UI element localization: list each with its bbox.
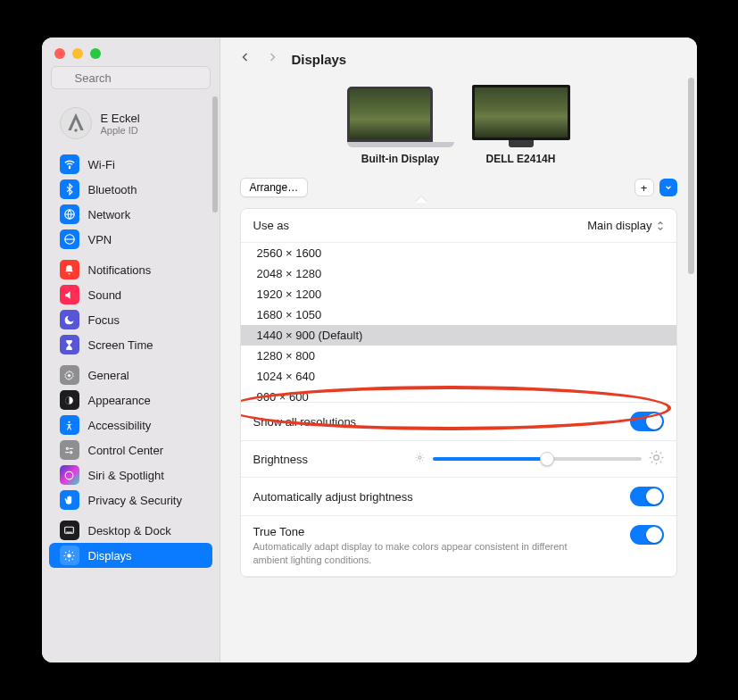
svg-line-32 bbox=[417, 460, 418, 461]
sidebar-item-label: General bbox=[88, 369, 129, 382]
zoom-button[interactable] bbox=[90, 48, 101, 59]
profile-name: E Eckel bbox=[101, 112, 140, 125]
sidebar-item-general[interactable]: General bbox=[49, 362, 212, 388]
svg-line-24 bbox=[72, 552, 73, 553]
sidebar-item-network[interactable]: Network bbox=[49, 202, 212, 227]
true-tone-label: True Tone bbox=[253, 525, 575, 538]
page-title: Displays bbox=[292, 52, 347, 67]
sidebar-item-label: Focus bbox=[88, 313, 120, 327]
resolution-option[interactable]: 1680 × 1050 bbox=[241, 304, 676, 325]
resolution-option[interactable]: 2560 × 1600 bbox=[241, 243, 676, 263]
sidebar-item-label: Privacy & Security bbox=[88, 494, 182, 507]
sidebar-item-label: Displays bbox=[88, 549, 132, 562]
true-tone-toggle[interactable] bbox=[630, 525, 664, 545]
sidebar-item-screen-time[interactable]: Screen Time bbox=[49, 332, 212, 357]
sidebar-item-bluetooth[interactable]: Bluetooth bbox=[49, 177, 212, 202]
arrange-button[interactable]: Arrange… bbox=[240, 178, 309, 197]
sidebar-item-wifi[interactable]: Wi-Fi bbox=[49, 152, 212, 177]
display-built-in[interactable]: Built-in Display bbox=[347, 87, 454, 165]
sidebar-item-privacy[interactable]: Privacy & Security bbox=[49, 488, 212, 512]
svg-line-21 bbox=[65, 552, 66, 553]
resolution-option[interactable]: 960 × 600 bbox=[241, 387, 676, 402]
sidebar-item-label: Accessibility bbox=[88, 419, 152, 432]
accessibility-icon bbox=[60, 415, 79, 435]
content-scrollbar[interactable] bbox=[688, 78, 694, 274]
use-as-row[interactable]: Use as Main display bbox=[241, 209, 676, 243]
profile-sub: Apple ID bbox=[101, 125, 140, 136]
content-pane: Displays Built-in Display bbox=[220, 38, 697, 662]
sidebar-item-siri[interactable]: Siri & Spotlight bbox=[49, 462, 212, 488]
sidebar-item-label: Wi-Fi bbox=[88, 158, 115, 171]
resolution-option[interactable]: 1920 × 1200 bbox=[241, 284, 676, 304]
svg-point-11 bbox=[70, 451, 72, 453]
use-as-text: Main display bbox=[587, 219, 651, 232]
use-as-label: Use as bbox=[253, 219, 289, 232]
brightness-slider[interactable] bbox=[433, 457, 642, 461]
sidebar-item-vpn[interactable]: VPN bbox=[49, 227, 212, 252]
display-label: DELL E2414H bbox=[486, 153, 556, 165]
sidebar-item-desktop-dock[interactable]: Desktop & Dock bbox=[49, 518, 212, 543]
sidebar-item-notifications[interactable]: Notifications bbox=[49, 257, 212, 282]
resolution-option[interactable]: 2048 × 1280 bbox=[241, 263, 676, 284]
laptop-icon bbox=[347, 87, 454, 147]
selected-display-indicator bbox=[415, 196, 427, 203]
svg-point-8 bbox=[68, 421, 70, 422]
show-all-resolutions-row: Show all resolutions bbox=[241, 402, 676, 441]
sidebar-item-label: Control Center bbox=[88, 444, 164, 457]
back-button[interactable] bbox=[238, 50, 253, 69]
use-as-value[interactable]: Main display bbox=[587, 219, 663, 232]
sidebar-item-label: VPN bbox=[88, 233, 112, 246]
sun-icon bbox=[60, 546, 79, 565]
true-tone-desc: Automatically adapt display to make colo… bbox=[253, 540, 575, 567]
vpn-icon bbox=[60, 229, 79, 249]
sidebar-item-control-center[interactable]: Control Center bbox=[49, 438, 212, 462]
slider-thumb[interactable] bbox=[540, 452, 554, 466]
svg-line-30 bbox=[417, 454, 418, 455]
sidebar-item-displays[interactable]: Displays bbox=[49, 543, 212, 568]
resolution-option[interactable]: 1280 × 800 bbox=[241, 346, 676, 366]
sidebar-item-focus[interactable]: Focus bbox=[49, 307, 212, 332]
svg-point-2 bbox=[74, 129, 78, 132]
sidebar-item-accessibility[interactable]: Accessibility bbox=[49, 412, 212, 438]
svg-point-25 bbox=[418, 456, 420, 459]
svg-point-9 bbox=[66, 447, 68, 449]
content-scroll: Built-in Display DELL E2414H Arrange… + bbox=[220, 78, 697, 662]
auto-brightness-toggle[interactable] bbox=[630, 487, 664, 506]
add-display-button[interactable]: + bbox=[634, 179, 654, 196]
display-settings-panel: Use as Main display 2560 × 1600 2048 × 1… bbox=[240, 208, 677, 578]
monitor-icon bbox=[472, 85, 570, 147]
resolution-option[interactable]: 1440 × 900 (Default) bbox=[241, 325, 676, 346]
bluetooth-icon bbox=[60, 179, 79, 199]
gear-icon bbox=[60, 365, 79, 385]
svg-line-41 bbox=[651, 462, 651, 462]
sound-icon bbox=[60, 285, 79, 304]
sidebar-item-label: Screen Time bbox=[88, 338, 153, 352]
sidebar-item-label: Network bbox=[88, 208, 131, 221]
display-external[interactable]: DELL E2414H bbox=[472, 85, 570, 165]
moon-icon bbox=[60, 310, 79, 329]
bell-icon bbox=[60, 260, 79, 279]
display-picker: Built-in Display DELL E2414H bbox=[240, 78, 677, 171]
forward-button[interactable] bbox=[265, 50, 279, 69]
svg-line-31 bbox=[422, 460, 423, 461]
dock-icon bbox=[60, 521, 79, 540]
search-input[interactable] bbox=[51, 66, 211, 89]
show-all-label: Show all resolutions bbox=[253, 415, 357, 429]
close-button[interactable] bbox=[54, 48, 65, 59]
svg-line-22 bbox=[72, 558, 73, 559]
resolution-option[interactable]: 1024 × 640 bbox=[241, 366, 676, 387]
sidebar-item-appearance[interactable]: Appearance bbox=[49, 388, 212, 412]
hand-icon bbox=[60, 490, 79, 510]
minimize-button[interactable] bbox=[72, 48, 83, 59]
sidebar-item-label: Sound bbox=[88, 288, 122, 302]
sidebar-scrollbar[interactable] bbox=[212, 96, 218, 212]
show-all-toggle[interactable] bbox=[630, 412, 664, 431]
svg-point-16 bbox=[67, 554, 70, 557]
settings-window: E Eckel Apple ID Wi-Fi Bluetooth bbox=[42, 38, 697, 662]
appearance-icon bbox=[60, 390, 79, 410]
sidebar-item-apple-id[interactable]: E Eckel Apple ID bbox=[49, 100, 212, 146]
sidebar-item-sound[interactable]: Sound bbox=[49, 282, 212, 307]
avatar bbox=[60, 107, 92, 139]
display-options-dropdown[interactable] bbox=[659, 179, 677, 196]
svg-point-34 bbox=[653, 455, 659, 461]
